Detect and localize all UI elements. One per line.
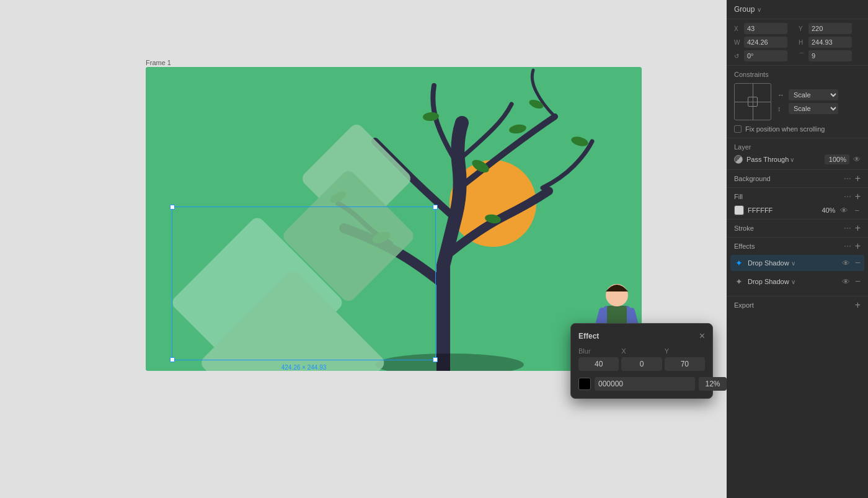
effect-row-1: ✦ Drop Shadow ∨ 👁 −	[730, 255, 864, 271]
y-prop-input[interactable]: 220	[808, 23, 852, 34]
y-property: Y 220	[799, 23, 861, 34]
right-panel: Group ∨ X 43 Y 220 W 424.26 H 244.93 ↺ 0…	[727, 0, 868, 498]
h-constraint-row: ↔ Scale Left Right Left & Right Center	[777, 89, 838, 100]
effect-chevron-1: ∨	[791, 260, 795, 267]
effects-header: Effects ⋯ +	[734, 241, 861, 251]
rotation-property: ↺ 0°	[734, 50, 796, 61]
y-input[interactable]: 70	[665, 357, 705, 371]
layer-row: Pass Through ∨ 100% 👁	[734, 154, 861, 164]
effects-title: Effects	[734, 242, 755, 250]
popup-opacity-input[interactable]	[699, 377, 727, 391]
export-label: Export	[734, 301, 754, 309]
group-header[interactable]: Group ∨	[727, 0, 868, 19]
x-label: X	[621, 347, 662, 355]
effect-row-2: ✦ Drop Shadow ∨ 👁 −	[734, 273, 861, 290]
add-export-button[interactable]: +	[855, 300, 861, 310]
fill-title: Fill	[734, 193, 743, 200]
canvas-area[interactable]: Frame 1	[0, 0, 727, 498]
blend-mode-chevron: ∨	[790, 156, 794, 163]
h-prop-label: H	[799, 39, 806, 46]
rotation-prop-input[interactable]: 0°	[744, 50, 787, 61]
popup-close-button[interactable]: ×	[699, 331, 705, 341]
group-title-text: Group	[734, 5, 755, 14]
layer-visibility-icon[interactable]: 👁	[853, 155, 861, 164]
remove-fill-button[interactable]: −	[853, 206, 861, 215]
constraints-box	[734, 83, 771, 120]
effect-chevron-2: ∨	[791, 278, 795, 285]
h-constraint-select[interactable]: Scale Left Right Left & Right Center	[789, 89, 838, 100]
w-prop-label: W	[734, 39, 742, 46]
v-constraint-row: ↕ Scale Top Bottom Top & Bottom Center	[777, 103, 838, 114]
fill-color-swatch[interactable]	[734, 205, 744, 215]
background-options-icon: ⋯	[844, 174, 851, 183]
effects-options-icon: ⋯	[844, 242, 851, 251]
x-prop-label: X	[734, 25, 742, 32]
constraints-title: Constraints	[734, 71, 861, 78]
popup-labels: Blur X Y	[578, 347, 705, 355]
frame-label: Frame 1	[146, 59, 171, 66]
fill-color-value: FFFFFF	[748, 207, 812, 214]
popup-color-input[interactable]	[595, 377, 695, 391]
popup-title: Effect	[578, 332, 599, 340]
effect-star-1: ✦	[734, 258, 744, 268]
blend-mode-selector[interactable]: Pass Through ∨	[746, 156, 821, 163]
add-effect-button[interactable]: +	[855, 241, 861, 251]
star-blue-icon: ✦	[735, 258, 743, 268]
w-prop-input[interactable]: 424.26	[744, 37, 787, 48]
remove-effect-2[interactable]: −	[855, 276, 861, 287]
stroke-options-icon: ⋯	[844, 224, 851, 233]
add-background-button[interactable]: +	[855, 174, 861, 184]
stroke-section: Stroke ⋯ +	[727, 220, 868, 238]
constraints-section: Constraints ↔ Scale Left Right Left & Ri…	[727, 66, 868, 138]
fix-position-row: Fix position when scrolling	[734, 125, 861, 133]
add-stroke-button[interactable]: +	[855, 223, 861, 233]
constraints-widget: ↔ Scale Left Right Left & Right Center ↕…	[734, 83, 861, 120]
effects-section: Effects ⋯ + ✦ Drop Shadow ∨ 👁 − ✦ Dr	[727, 238, 868, 296]
corners-prop-input[interactable]: 9	[808, 50, 852, 61]
v-constraint-icon: ↕	[777, 105, 786, 112]
fix-position-label: Fix position when scrolling	[745, 125, 825, 133]
effect-visibility-1[interactable]: 👁	[841, 259, 851, 268]
effect-name-1: Drop Shadow	[748, 259, 789, 267]
h-prop-input[interactable]: 244.93	[808, 37, 852, 48]
layer-opacity-input[interactable]: 100%	[825, 154, 849, 164]
remove-effect-1[interactable]: −	[855, 257, 861, 269]
star-gray-icon: ✦	[735, 277, 743, 287]
layer-title: Layer	[734, 143, 751, 151]
group-chevron: ∨	[757, 6, 761, 13]
x-input[interactable]: 0	[621, 357, 662, 371]
corners-prop-label: ⌒	[799, 51, 806, 60]
constraints-selects: ↔ Scale Left Right Left & Right Center ↕…	[777, 89, 838, 114]
effect-label-1[interactable]: Drop Shadow ∨	[748, 259, 837, 267]
add-fill-button[interactable]: +	[855, 192, 861, 202]
blend-mode-icon	[734, 155, 743, 164]
popup-color-row: ⊙	[578, 377, 705, 391]
effect-label-2[interactable]: Drop Shadow ∨	[748, 278, 837, 285]
w-property: W 424.26	[734, 37, 796, 48]
x-prop-input[interactable]: 43	[744, 23, 787, 34]
popup-color-swatch[interactable]	[578, 378, 591, 390]
export-section: Export +	[727, 296, 868, 314]
y-prop-label: Y	[799, 25, 806, 32]
fill-opacity-value: 40%	[815, 207, 835, 214]
fill-section: Fill ⋯ + FFFFFF 40% 👁 −	[727, 188, 868, 220]
layer-section: Layer Pass Through ∨ 100% 👁	[727, 138, 868, 170]
position-size-grid: X 43 Y 220 W 424.26 H 244.93 ↺ 0° ⌒ 9	[727, 19, 868, 66]
fill-options-icon: ⋯	[844, 192, 851, 201]
v-constraint-select[interactable]: Scale Top Bottom Top & Bottom Center	[789, 103, 838, 114]
v-constraint-line	[753, 84, 753, 120]
stroke-label: Stroke	[734, 225, 754, 232]
y-label: Y	[665, 347, 705, 355]
background-label: Background	[734, 175, 771, 182]
h-constraint-icon: ↔	[777, 91, 786, 99]
fix-position-checkbox[interactable]	[734, 125, 742, 133]
effect-visibility-2[interactable]: 👁	[841, 277, 851, 287]
blend-mode-label: Pass Through	[746, 156, 789, 163]
frame-container: 424.26 × 244.93	[146, 67, 642, 371]
background-section: Background ⋯ +	[727, 170, 868, 188]
fill-header: Fill ⋯ +	[734, 192, 861, 202]
fill-visibility-button[interactable]: 👁	[839, 206, 849, 215]
blur-input[interactable]: 40	[578, 357, 619, 371]
effect-name-2: Drop Shadow	[748, 278, 789, 285]
blur-label: Blur	[578, 347, 619, 355]
